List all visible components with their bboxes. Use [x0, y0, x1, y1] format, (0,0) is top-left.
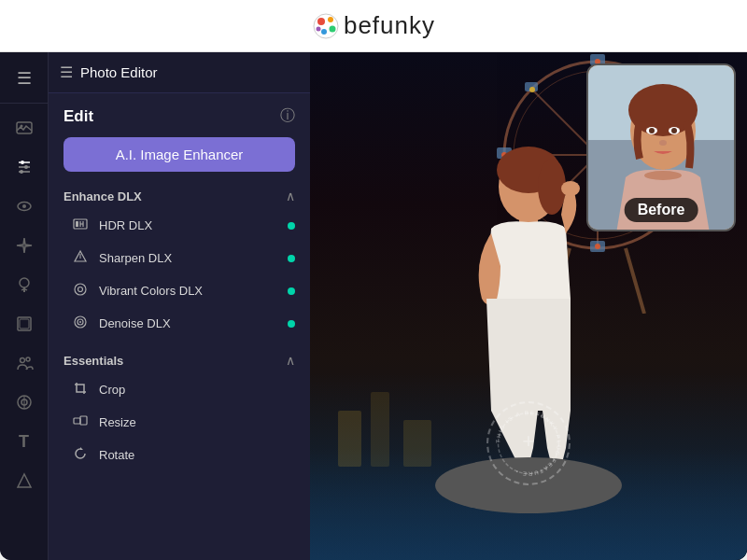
- svg-rect-18: [20, 319, 29, 329]
- section-essentials[interactable]: Essentials ∧: [49, 347, 310, 373]
- before-thumbnail[interactable]: Before: [586, 63, 736, 231]
- section-enhance-dlx[interactable]: Enhance DLX ∧: [49, 183, 310, 209]
- resize-label: Resize: [99, 415, 295, 429]
- svg-point-1: [317, 18, 325, 25]
- svg-point-20: [26, 357, 30, 361]
- svg-point-29: [75, 284, 86, 295]
- crop-label: Crop: [99, 383, 295, 397]
- menu-item-denoise[interactable]: Denoise DLX: [49, 307, 310, 340]
- app-header: ☰ Photo Editor: [49, 52, 310, 93]
- svg-point-83: [644, 171, 682, 180]
- sidebar-item-effects[interactable]: [6, 384, 43, 421]
- svg-point-30: [78, 287, 83, 292]
- svg-point-0: [314, 14, 338, 38]
- svg-point-3: [329, 25, 335, 32]
- section-enhance-label: Enhance DLX: [63, 189, 142, 203]
- sidebar-item-graphics[interactable]: [6, 462, 43, 499]
- hdr-icon: [71, 217, 90, 234]
- panel-header: Edit ⓘ: [49, 93, 310, 133]
- hdr-dlx-dot: [288, 222, 295, 230]
- sharpen-dlx-dot: [288, 255, 295, 262]
- svg-marker-24: [18, 474, 31, 487]
- hamburger-btn[interactable]: ☰: [6, 60, 43, 97]
- sidebar-item-sparkle[interactable]: [6, 227, 43, 264]
- svg-point-13: [20, 170, 23, 174]
- sidebar-icon-bar: ☰ T: [0, 52, 49, 560]
- resize-icon: [71, 413, 90, 431]
- sidebar-top: ☰: [0, 60, 48, 104]
- hamburger-icon[interactable]: ☰: [60, 63, 73, 81]
- main-container: ☰ T ☰: [0, 52, 747, 560]
- menu-item-hdr-dlx[interactable]: HDR DLX: [49, 209, 310, 242]
- crop-icon: [71, 381, 90, 399]
- svg-point-66: [561, 181, 580, 196]
- denoise-dot: [288, 320, 295, 328]
- sidebar-item-adjustments[interactable]: [6, 148, 43, 186]
- watermark: THIS IS A BEFUNKY PLUS FEATURE • +: [486, 401, 571, 485]
- sharpen-dlx-label: Sharpen DLX: [99, 251, 278, 265]
- svg-point-16: [20, 278, 29, 287]
- svg-point-11: [21, 161, 24, 164]
- svg-rect-26: [76, 221, 78, 227]
- ai-enhancer-button[interactable]: A.I. Image Enhancer: [63, 137, 295, 172]
- sidebar-item-eye[interactable]: [6, 188, 43, 225]
- svg-point-33: [79, 321, 81, 323]
- sharpen-icon: [71, 249, 90, 267]
- canvas-area: THIS IS A BEFUNKY PLUS FEATURE • +: [310, 52, 747, 560]
- svg-point-82: [659, 140, 667, 146]
- sidebar-item-people[interactable]: [6, 344, 43, 382]
- vibrant-label: Vibrant Colors DLX: [99, 284, 278, 298]
- left-panel: ☰ Photo Editor Edit ⓘ A.I. Image Enhance…: [49, 52, 310, 560]
- svg-point-61: [529, 87, 535, 92]
- svg-point-5: [316, 26, 320, 31]
- svg-point-15: [22, 204, 26, 208]
- menu-item-resize[interactable]: Resize: [49, 406, 310, 439]
- sidebar-item-paint[interactable]: [6, 266, 43, 303]
- rotate-label: Rotate: [99, 448, 295, 462]
- panel-title: Edit: [63, 107, 93, 126]
- sidebar-item-image[interactable]: [6, 109, 43, 147]
- svg-point-80: [649, 128, 655, 133]
- svg-point-12: [24, 165, 28, 169]
- logo-icon: [312, 12, 340, 40]
- svg-point-4: [321, 29, 327, 35]
- logo-bar: befunky: [0, 0, 747, 52]
- menu-item-sharpen-dlx[interactable]: Sharpen DLX: [49, 242, 310, 274]
- hdr-dlx-label: HDR DLX: [99, 218, 278, 232]
- menu-item-vibrant[interactable]: Vibrant Colors DLX: [49, 274, 310, 307]
- denoise-label: Denoise DLX: [99, 316, 278, 330]
- chevron-up-icon-2: ∧: [286, 353, 295, 368]
- logo: befunky: [312, 11, 435, 40]
- sidebar-item-frame[interactable]: [6, 305, 43, 343]
- info-btn[interactable]: ⓘ: [280, 106, 295, 126]
- svg-marker-36: [80, 447, 83, 450]
- svg-point-2: [328, 17, 333, 22]
- denoise-icon: [71, 315, 90, 332]
- svg-point-19: [20, 358, 24, 363]
- before-label: Before: [625, 198, 698, 222]
- panel-scroll[interactable]: Edit ⓘ A.I. Image Enhancer Enhance DLX ∧…: [49, 93, 310, 560]
- section-essentials-label: Essentials: [63, 354, 123, 368]
- rotate-icon: [71, 446, 90, 464]
- chevron-up-icon: ∧: [286, 189, 295, 203]
- svg-point-81: [671, 128, 677, 133]
- svg-text:+: +: [522, 428, 534, 453]
- vibrant-dot: [288, 287, 295, 295]
- menu-item-crop[interactable]: Crop: [49, 373, 310, 406]
- sidebar-item-text[interactable]: T: [6, 423, 43, 460]
- app-title: Photo Editor: [80, 64, 158, 80]
- vibrant-icon: [71, 282, 90, 300]
- svg-rect-35: [80, 416, 87, 425]
- menu-item-rotate[interactable]: Rotate: [49, 439, 310, 471]
- svg-rect-34: [74, 418, 80, 424]
